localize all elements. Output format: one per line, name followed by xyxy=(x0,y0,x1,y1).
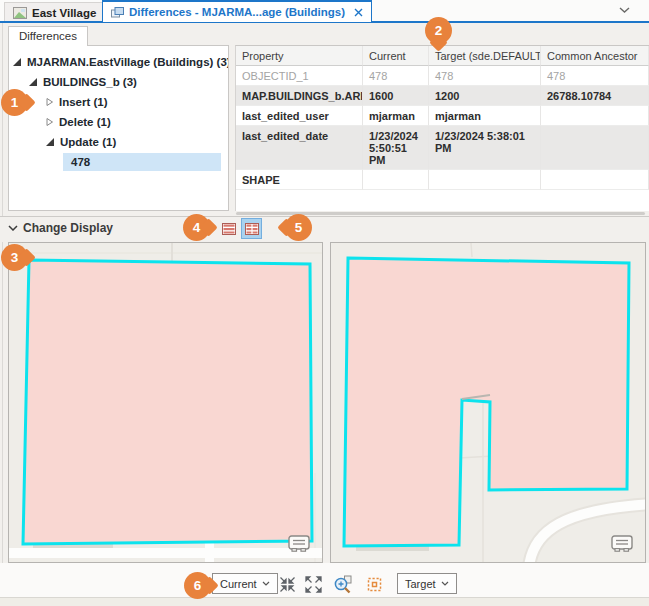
display-side-by-side-toggle-button[interactable] xyxy=(241,218,262,239)
zoom-to-feature-button[interactable] xyxy=(331,573,353,595)
expanded-triangle-icon[interactable] xyxy=(28,77,38,87)
close-icon[interactable] xyxy=(354,8,363,17)
tab-east-village[interactable]: East Village xyxy=(4,2,105,22)
expand-extent-button[interactable] xyxy=(303,574,323,594)
arrows-outward-icon xyxy=(305,576,322,593)
tab-label: East Village xyxy=(32,7,96,19)
row-area-property: MAP.BUILDINGS_b.AREA xyxy=(236,86,363,106)
col-header-ancestor[interactable]: Common Ancestor xyxy=(541,46,649,66)
flash-icon xyxy=(367,577,382,592)
row-edituser-target: mjarman xyxy=(429,106,541,126)
row-area-target: 1200 xyxy=(429,86,541,106)
chevron-down-icon[interactable] xyxy=(616,3,632,17)
tree-item-update[interactable]: Update (1) xyxy=(9,132,228,152)
row-edituser-ancestor xyxy=(541,106,649,126)
row-shape-target xyxy=(429,170,541,190)
status-strip xyxy=(0,597,649,606)
row-area-current: 1600 xyxy=(363,86,429,106)
row-editdate-ancestor xyxy=(541,126,649,170)
view-tab-bar: East Village Differences - MJARMA...age … xyxy=(0,0,649,22)
row-objectid-ancestor: 478 xyxy=(541,66,649,86)
chevron-down-icon xyxy=(8,225,18,231)
callout-badge-2: 2 xyxy=(425,17,452,44)
expanded-triangle-icon[interactable] xyxy=(12,57,22,67)
expanded-triangle-icon[interactable] xyxy=(45,137,55,147)
row-objectid-target: 478 xyxy=(429,66,541,86)
tree-item-version[interactable]: MJARMAN.EastVillage (Buildings) (3) xyxy=(9,52,228,72)
map-overlay-icon[interactable] xyxy=(288,535,310,552)
table-rows-icon xyxy=(222,223,236,235)
callout-badge-3: 3 xyxy=(1,244,28,271)
change-display-header[interactable]: Change Display xyxy=(8,221,113,235)
col-header-property[interactable]: Property xyxy=(236,46,363,66)
tree-item-insert[interactable]: Insert (1) xyxy=(9,92,228,112)
table-side-by-side-icon xyxy=(245,223,259,235)
current-version-dropdown[interactable]: Current xyxy=(212,573,278,594)
row-shape-property: SHAPE xyxy=(236,170,363,190)
tree-item-delete[interactable]: Delete (1) xyxy=(9,112,228,132)
map-target-geometry[interactable] xyxy=(330,242,646,563)
target-version-dropdown[interactable]: Target xyxy=(397,573,457,594)
display-rows-toggle-button[interactable] xyxy=(218,218,239,239)
row-editdate-property: last_edited_date xyxy=(236,126,363,170)
arrows-inward-icon xyxy=(279,576,296,593)
row-edituser-property: last_edited_user xyxy=(236,106,363,126)
col-header-current[interactable]: Current xyxy=(363,46,429,66)
map-overlay-icon[interactable] xyxy=(611,535,633,552)
chevron-down-icon xyxy=(262,581,270,586)
callout-badge-1: 1 xyxy=(1,89,28,116)
differences-pane: East Village Differences - MJARMA...age … xyxy=(0,0,649,606)
tab-differences-sub[interactable]: Differences xyxy=(8,26,88,46)
map-current-geometry[interactable] xyxy=(8,242,323,563)
differences-icon xyxy=(111,7,124,18)
row-objectid-property: OBJECTID_1 xyxy=(236,66,363,86)
row-shape-ancestor xyxy=(541,170,649,190)
collapsed-triangle-icon[interactable] xyxy=(45,117,54,127)
callout-badge-5: 5 xyxy=(285,214,312,241)
magnifier-plus-icon xyxy=(333,575,352,594)
row-editdate-target: 1/23/2024 5:38:01 PM xyxy=(429,126,541,170)
tree-item-buildings[interactable]: BUILDINGS_b (3) xyxy=(9,72,228,92)
flash-feature-button[interactable] xyxy=(366,576,383,593)
tree-item-478-selected[interactable]: 478 xyxy=(63,153,221,171)
row-shape-current xyxy=(363,170,429,190)
differences-table: Property Current Target (sde.DEFAULT) Co… xyxy=(235,45,649,211)
tab-differences[interactable]: Differences - MJARMA...age (Buildings) xyxy=(102,0,372,22)
row-area-ancestor: 26788.10784 xyxy=(541,86,649,106)
basemap-target xyxy=(331,243,645,562)
callout-badge-6: 6 xyxy=(184,572,211,599)
row-editdate-current: 1/23/2024 5:50:51 PM xyxy=(363,126,429,170)
col-header-target[interactable]: Target (sde.DEFAULT) xyxy=(429,46,541,66)
row-edituser-current: mjarman xyxy=(363,106,429,126)
chevron-down-icon xyxy=(441,581,449,586)
basemap-current xyxy=(9,243,322,562)
map-thumbnail-icon xyxy=(13,7,27,19)
map-toolbar xyxy=(0,563,649,597)
tab-label: Differences - MJARMA...age (Buildings) xyxy=(129,6,345,18)
differences-tree: MJARMAN.EastVillage (Buildings) (3) BUIL… xyxy=(8,45,229,211)
building-polygon-current xyxy=(23,260,312,544)
row-objectid-current: 478 xyxy=(363,66,429,86)
collapsed-triangle-icon[interactable] xyxy=(45,97,54,107)
contract-extent-button[interactable] xyxy=(277,574,297,594)
callout-badge-4: 4 xyxy=(183,214,210,241)
